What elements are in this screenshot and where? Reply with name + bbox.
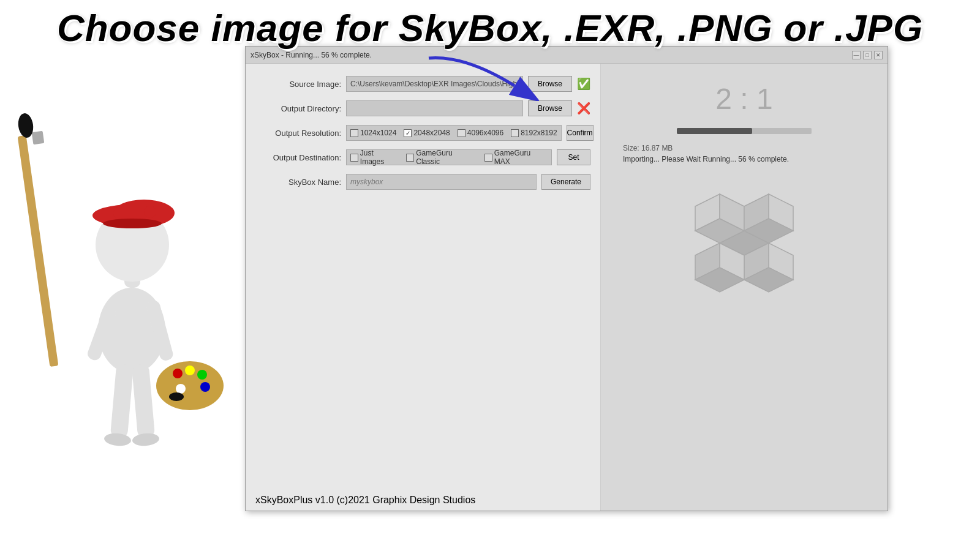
res-8192-label: 8192x8192 xyxy=(521,129,557,137)
resolution-options: 1024x1024 2048x2048 4096x4096 8192x8192 xyxy=(346,125,562,141)
res-1024-item: 1024x1024 xyxy=(350,129,396,137)
dest-gameguru-max-item: GameGuru MAX xyxy=(484,149,548,166)
source-image-label: Source Image: xyxy=(255,80,341,89)
status-text: Importing... Please Wait Running... 56 %… xyxy=(623,155,789,163)
svg-point-23 xyxy=(132,432,160,447)
right-panel: 2 : 1 Size: 16.87 MB Importing... Please… xyxy=(601,64,888,511)
ratio-display: 2 : 1 xyxy=(715,82,772,116)
res-4096-item: 4096x4096 xyxy=(458,129,503,137)
svg-point-16 xyxy=(197,370,207,380)
svg-point-15 xyxy=(185,365,195,375)
painter-illustration xyxy=(12,61,233,490)
svg-point-9 xyxy=(144,206,156,218)
cube-illustration xyxy=(683,182,805,317)
dest-just-images-item: Just Images xyxy=(350,149,399,166)
svg-rect-21 xyxy=(132,364,155,438)
output-resolution-label: Output Resolution: xyxy=(255,129,341,138)
dest-gameguru-max-checkbox[interactable] xyxy=(484,154,492,162)
svg-rect-2 xyxy=(32,131,45,144)
form-panel: Source Image: Browse ✅ Output Directory:… xyxy=(246,64,601,511)
progress-bar-fill xyxy=(677,128,752,134)
svg-point-19 xyxy=(169,392,184,401)
app-footer: xSkyBoxPlus v1.0 (c)2021 Graphix Design … xyxy=(255,495,475,506)
app-window: xSkyBox - Running... 56 % complete. — □ … xyxy=(245,46,888,511)
maximize-button[interactable]: □ xyxy=(863,51,872,59)
progress-bar-container xyxy=(677,128,812,134)
output-destination-row: Output Destination: Just Images GameGuru… xyxy=(255,149,590,165)
dest-gameguru-classic-item: GameGuru Classic xyxy=(406,149,477,166)
dest-gameguru-max-label: GameGuru MAX xyxy=(494,149,548,166)
res-4096-checkbox[interactable] xyxy=(458,129,466,137)
res-4096-label: 4096x4096 xyxy=(467,129,503,137)
output-dest-label: Output Destination: xyxy=(255,153,341,162)
destination-options: Just Images GameGuru Classic GameGuru MA… xyxy=(346,149,552,165)
svg-rect-1 xyxy=(18,135,59,367)
confirm-button[interactable]: Confirm xyxy=(567,125,594,141)
minimize-button[interactable]: — xyxy=(852,51,861,59)
svg-point-22 xyxy=(104,432,132,447)
arrow-indicator xyxy=(417,52,539,103)
close-button[interactable]: ✕ xyxy=(874,51,883,59)
set-button[interactable]: Set xyxy=(557,149,590,165)
res-8192-checkbox[interactable] xyxy=(511,129,519,137)
footer-text: xSkyBoxPlus v1.0 (c)2021 Graphix Design … xyxy=(255,495,475,505)
res-2048-label: 2048x2048 xyxy=(413,129,450,137)
res-8192-item: 8192x8192 xyxy=(511,129,557,137)
res-2048-item: 2048x2048 xyxy=(404,129,450,137)
size-info: Size: 16.87 MB xyxy=(623,144,673,152)
output-status-error-icon: ❌ xyxy=(577,102,590,115)
dest-just-images-label: Just Images xyxy=(360,149,399,166)
res-2048-checkbox[interactable] xyxy=(404,129,412,137)
res-1024-checkbox[interactable] xyxy=(350,129,358,137)
svg-point-14 xyxy=(173,369,183,378)
page-title: Choose image for SkyBox, .EXR, .PNG or .… xyxy=(0,6,980,50)
svg-rect-20 xyxy=(110,364,134,438)
source-status-ok-icon: ✅ xyxy=(577,77,590,91)
dest-gameguru-classic-checkbox[interactable] xyxy=(406,154,414,162)
app-content: Source Image: Browse ✅ Output Directory:… xyxy=(246,64,888,511)
skybox-name-row: SkyBox Name: Generate xyxy=(255,174,590,190)
svg-point-18 xyxy=(176,384,186,394)
skybox-name-input[interactable] xyxy=(346,174,537,190)
output-resolution-row: Output Resolution: 1024x1024 2048x2048 4… xyxy=(255,125,590,141)
window-title: xSkyBox - Running... 56 % complete. xyxy=(251,51,372,59)
generate-button[interactable]: Generate xyxy=(541,174,590,190)
output-dir-label: Output Directory: xyxy=(255,104,341,113)
svg-point-10 xyxy=(103,219,162,228)
skybox-name-label: SkyBox Name: xyxy=(255,178,341,187)
res-1024-label: 1024x1024 xyxy=(360,129,396,137)
window-controls: — □ ✕ xyxy=(852,51,883,59)
dest-just-images-checkbox[interactable] xyxy=(350,154,358,162)
dest-gameguru-classic-label: GameGuru Classic xyxy=(416,149,477,166)
svg-point-17 xyxy=(200,382,210,392)
